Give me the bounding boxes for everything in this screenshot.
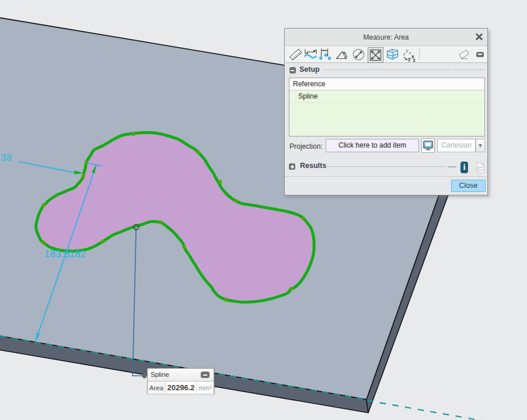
- svg-text:z: z: [413, 57, 415, 62]
- svg-text:183.6182: 183.6182: [45, 249, 86, 259]
- svg-text:x: x: [409, 50, 411, 55]
- svg-text:y: y: [406, 48, 408, 53]
- svg-text:38: 38: [1, 153, 12, 163]
- svg-text:z: z: [403, 51, 405, 57]
- svg-text:y: y: [408, 56, 411, 62]
